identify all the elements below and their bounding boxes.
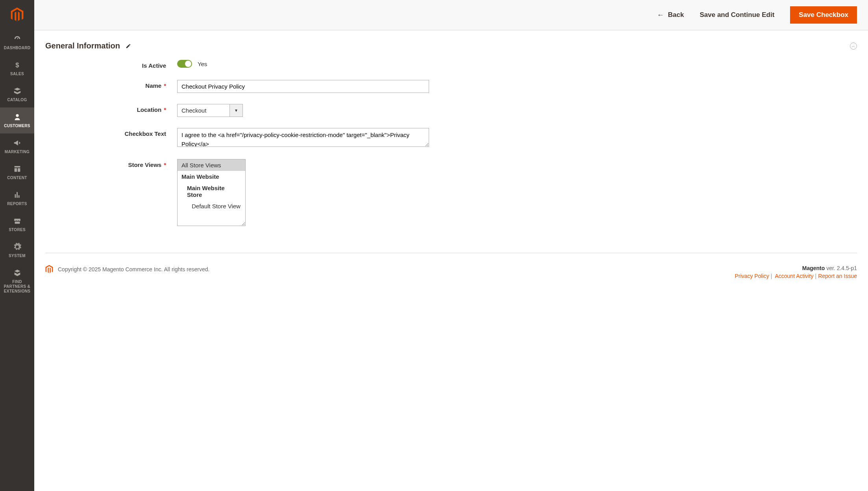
sidebar-item-label: MARKETING xyxy=(5,150,30,154)
sidebar-item-find-partners[interactable]: FIND PARTNERS & EXTENSIONS xyxy=(0,263,34,295)
magento-logo[interactable] xyxy=(0,0,34,30)
dashboard-icon xyxy=(13,35,22,43)
sidebar-item-label: CONTENT xyxy=(7,176,27,180)
required-mark: * xyxy=(164,106,166,113)
label-name: Name* xyxy=(45,80,177,89)
privacy-policy-link[interactable]: Privacy Policy xyxy=(735,273,769,279)
store-view-option[interactable]: Default Store View xyxy=(178,200,245,212)
control-checkbox-text xyxy=(177,128,429,148)
sidebar-item-label: SYSTEM xyxy=(9,254,26,258)
location-select-value: Checkout xyxy=(177,104,230,117)
customers-icon xyxy=(13,113,22,121)
reports-icon xyxy=(13,191,22,199)
sidebar-item-label: DASHBOARD xyxy=(4,46,31,50)
field-name: Name* xyxy=(45,80,857,93)
field-checkbox-text: Checkbox Text xyxy=(45,128,857,148)
required-mark: * xyxy=(164,82,166,89)
location-select-toggle[interactable]: ▼ xyxy=(230,104,243,117)
sidebar-item-label: CUSTOMERS xyxy=(4,124,30,128)
back-button-label: Back xyxy=(668,11,684,19)
sidebar-item-catalog[interactable]: CATALOG xyxy=(0,82,34,107)
admin-sidebar: DASHBOARD $ SALES CATALOG CUSTOMERS MARK… xyxy=(0,0,34,295)
main-content: ← Back Save and Continue Edit Save Check… xyxy=(34,0,868,295)
sidebar-item-label: FIND PARTNERS & EXTENSIONS xyxy=(1,280,33,294)
store-view-option[interactable]: Main Website xyxy=(178,171,245,182)
control-is-active: Yes xyxy=(177,60,207,68)
report-issue-link[interactable]: Report an Issue xyxy=(818,273,857,279)
megaphone-icon xyxy=(13,139,22,147)
save-and-continue-label: Save and Continue Edit xyxy=(700,11,774,19)
page-footer: Copyright © 2025 Magento Commerce Inc. A… xyxy=(34,253,868,295)
collapse-section-button[interactable]: ︿ xyxy=(850,43,857,50)
sidebar-item-reports[interactable]: REPORTS xyxy=(0,185,34,211)
field-store-views: Store Views* All Store ViewsMain Website… xyxy=(45,159,857,226)
store-view-option[interactable]: All Store Views xyxy=(178,159,245,171)
sidebar-item-sales[interactable]: $ SALES xyxy=(0,56,34,82)
label-name-text: Name xyxy=(145,82,161,89)
save-checkbox-label: Save Checkbox xyxy=(799,11,848,19)
name-input[interactable] xyxy=(177,80,429,93)
sidebar-item-label: CATALOG xyxy=(7,98,27,102)
content-icon xyxy=(13,165,22,173)
partners-icon xyxy=(13,269,22,277)
is-active-toggle[interactable] xyxy=(177,60,192,68)
section-title: General Information xyxy=(45,41,120,50)
product-name: Magento xyxy=(802,265,825,271)
label-store-views-text: Store Views xyxy=(128,161,161,168)
chevron-up-icon: ︿ xyxy=(851,43,855,49)
label-checkbox-text: Checkbox Text xyxy=(45,128,177,137)
sidebar-item-customers[interactable]: CUSTOMERS xyxy=(0,107,34,133)
field-is-active: Is Active Yes xyxy=(45,60,857,69)
triangle-down-icon: ▼ xyxy=(234,108,238,113)
store-view-option[interactable]: Main Website Store xyxy=(178,182,245,200)
sidebar-item-dashboard[interactable]: DASHBOARD xyxy=(0,30,34,56)
pencil-icon[interactable] xyxy=(126,43,131,49)
control-location: Checkout ▼ xyxy=(177,104,243,117)
stores-icon xyxy=(13,217,22,225)
section-header-general-information: General Information ︿ xyxy=(34,30,868,56)
dollar-icon: $ xyxy=(13,61,22,69)
field-location: Location* Checkout ▼ xyxy=(45,104,857,117)
version-text: ver. 2.4.5-p1 xyxy=(825,265,857,271)
footer-left: Copyright © 2025 Magento Commerce Inc. A… xyxy=(45,265,209,274)
control-store-views: All Store ViewsMain WebsiteMain Website … xyxy=(177,159,246,226)
catalog-icon xyxy=(13,87,22,95)
svg-text:$: $ xyxy=(15,61,19,69)
sidebar-item-label: SALES xyxy=(10,72,24,76)
required-mark: * xyxy=(164,161,166,168)
back-button[interactable]: ← Back xyxy=(657,11,684,19)
location-select[interactable]: Checkout ▼ xyxy=(177,104,243,117)
store-views-multiselect[interactable]: All Store ViewsMain WebsiteMain Website … xyxy=(177,159,246,226)
page-actions: ← Back Save and Continue Edit Save Check… xyxy=(34,0,868,30)
section-title-wrap: General Information xyxy=(45,41,131,50)
gear-icon xyxy=(13,243,22,251)
sidebar-item-content[interactable]: CONTENT xyxy=(0,159,34,185)
footer-right: Magento ver. 2.4.5-p1 Privacy Policy| Ac… xyxy=(735,265,857,279)
magento-logo-icon xyxy=(10,7,24,22)
sidebar-item-marketing[interactable]: MARKETING xyxy=(0,133,34,159)
general-information-form: Is Active Yes Name* Location* Checkout ▼ xyxy=(34,56,868,253)
back-arrow-icon: ← xyxy=(657,11,664,19)
account-activity-link[interactable]: Account Activity xyxy=(774,273,813,279)
save-and-continue-button[interactable]: Save and Continue Edit xyxy=(700,11,774,19)
is-active-value-label: Yes xyxy=(198,61,207,67)
save-checkbox-button[interactable]: Save Checkbox xyxy=(790,6,857,24)
toggle-knob xyxy=(185,61,191,67)
checkbox-text-textarea[interactable] xyxy=(177,128,429,147)
label-location: Location* xyxy=(45,104,177,113)
copyright-text: Copyright © 2025 Magento Commerce Inc. A… xyxy=(58,266,209,272)
control-name xyxy=(177,80,429,93)
sidebar-item-stores[interactable]: STORES xyxy=(0,211,34,237)
sidebar-item-system[interactable]: SYSTEM xyxy=(0,237,34,263)
label-location-text: Location xyxy=(137,106,162,113)
separator: | xyxy=(771,273,772,279)
sidebar-item-label: REPORTS xyxy=(7,202,27,206)
separator: | xyxy=(815,273,817,279)
version-line: Magento ver. 2.4.5-p1 xyxy=(735,265,857,271)
magento-footer-logo-icon xyxy=(45,265,53,274)
footer-links: Privacy Policy| Account Activity|Report … xyxy=(735,273,857,279)
sidebar-item-label: STORES xyxy=(9,228,26,232)
label-store-views: Store Views* xyxy=(45,159,177,168)
label-is-active: Is Active xyxy=(45,60,177,69)
